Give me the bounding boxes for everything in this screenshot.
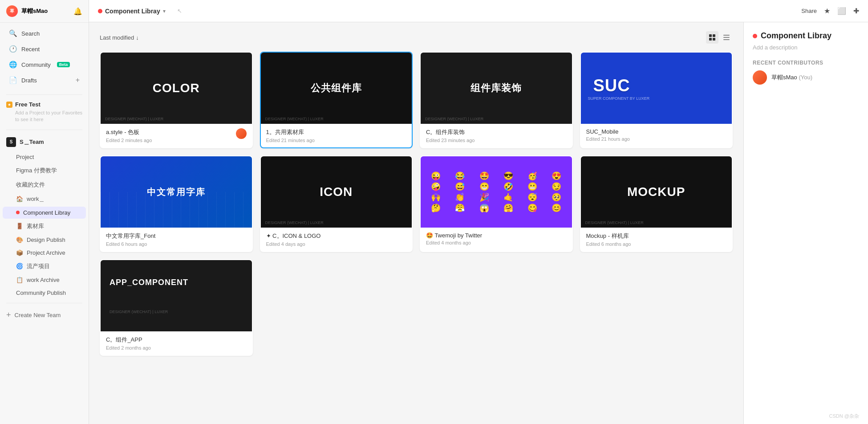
create-team-plus-icon: + [6,310,11,320]
file-card-icon[interactable]: ICON DESIGNER (WECHAT) | LUXER ✦ C。ICON … [260,155,413,252]
file-card-color[interactable]: COLOR DESIGNER (WECHAT) | LUXER a.style … [100,52,253,148]
file-name-color: a.style - 色板 [106,128,152,136]
work-label: work＿ [27,195,45,203]
star-icon[interactable]: ★ [824,7,830,15]
file-card-twemoji[interactable]: 😜 😂 🤩 😎 🥳 😍 🤪 😅 😁 🤣 😬 😏 [420,155,573,252]
sidebar-sub-community-publish[interactable]: Community Publish [3,287,86,299]
file-card-shared-components[interactable]: 公共组件库 DESIGNER (WECHAT) | LUXER 1。共用素材库 … [260,52,413,148]
file-card-suc[interactable]: SUC SUPER COMPONENT BY LUXER SUC_Mobile … [580,52,733,148]
rp-title: Component Libray [761,31,831,41]
recent-label: Recent [21,46,40,53]
emoji-16: 🤙 [497,192,520,202]
work-emoji-icon: 🏠 [16,196,23,202]
team-header[interactable]: S S＿Team [0,134,89,151]
sidebar-sub-work-archive[interactable]: 📋 work Archive [3,274,86,286]
sidebar-sub-material[interactable]: 🚪 素材库 [3,220,86,233]
view-toggles [706,31,733,44]
sidebar-sub-flow-project[interactable]: 🌀 流产项目 [3,260,86,273]
file-info-chinese: 中文常用字库_Font Edited 6 hours ago [101,228,252,251]
grid-view-button[interactable] [706,31,718,44]
file-meta-color: Edited 2 minutes ago [106,138,152,143]
drafts-icon: 📄 [9,76,17,84]
user-info[interactable]: 草 草帽sMao [6,5,48,17]
file-details-shared: 1。共用素材库 Edited 21 minutes ago [266,128,315,143]
svg-rect-1 [713,34,715,37]
emoji-2: 😂 [448,171,471,181]
file-card-chinese-font[interactable]: 中文常用字库 中文常用字库_Font Edited 6 hours ago [100,155,253,252]
file-avatar-color [236,128,247,139]
sidebar-item-community[interactable]: 🌐 Community Beta [3,57,86,72]
topbar: Component Libray ▾ ↖ Share ★ ⬜ ✚ [89,0,868,22]
flow-project-emoji-icon: 🌀 [16,263,23,269]
notification-bell-icon[interactable]: 🔔 [73,7,82,16]
emoji-5: 🥳 [521,171,544,181]
add-draft-icon[interactable]: + [76,76,80,84]
file-name-app: C。组件_APP [106,336,151,344]
thumb-text-app: APP_COMPONENT [110,278,243,287]
add-icon[interactable]: ✚ [853,7,859,15]
file-thumbnail-suc: SUC SUPER COMPONENT BY LUXER [581,53,732,124]
sidebar-item-search[interactable]: 🔍 Search [3,26,86,41]
search-label: Search [21,30,40,37]
file-meta-mockup: Edited 6 months ago [586,241,631,247]
app-thumb-inner: APP_COMPONENT DESIGNER (WECHAT) | LUXER [101,271,252,321]
file-name-shared: 1。共用素材库 [266,128,315,136]
file-card-app-component[interactable]: APP_COMPONENT DESIGNER (WECHAT) | LUXER … [100,259,253,356]
recent-icon: 🕐 [9,45,17,53]
sort-button[interactable]: Last modified ↓ [100,34,139,41]
file-info-app: C。组件_APP Edited 2 months ago [101,331,252,355]
sidebar-item-recent[interactable]: 🕐 Recent [3,41,86,57]
thumb-text-suc: SUC [588,76,725,95]
divider-2 [6,130,82,130]
cursor-position-icon: ↖ [177,8,182,14]
file-details-color: a.style - 色板 Edited 2 minutes ago [106,128,152,143]
emoji-3: 🤩 [473,171,496,181]
file-info-decoration: C。组件库装饰 Edited 23 minutes ago [421,124,572,147]
community-icon: 🌐 [9,61,17,69]
app-watermark: DESIGNER (WECHAT) | LUXER [110,310,243,314]
file-name-chinese: 中文常用字库_Font [106,232,155,240]
favorites-header: ★ Free Test [6,101,82,108]
file-details-icon: ✦ C。ICON & LOGO Edited 4 days ago [266,232,321,247]
file-meta-twemoji: Edited 4 months ago [426,240,482,245]
community-label: Community [21,61,51,68]
team-name: S＿Team [20,138,44,146]
sidebar-item-drafts[interactable]: 📄 Drafts + [3,73,86,88]
favorites-label: Free Test [15,101,41,108]
emoji-23: 😋 [521,203,544,213]
list-view-button[interactable] [720,31,733,44]
thumb-text-decoration: 组件库装饰 [465,82,527,95]
sidebar-sub-design-publish[interactable]: 🎨 Design Publish [3,234,86,246]
emoji-1: 😜 [424,171,447,181]
file-card-decoration[interactable]: 组件库装饰 DESIGNER (WECHAT) | LUXER C。组件库装饰 … [420,52,573,148]
sidebar-sub-project-archive[interactable]: 📦 Project Archive [3,247,86,259]
rp-description[interactable]: Add a description [753,44,859,51]
file-details-twemoji: 🤩 Twemoji by Twitter Edited 4 months ago [426,232,482,245]
emoji-13: 🙌 [424,192,447,202]
svg-rect-6 [723,39,730,40]
sidebar-sub-work[interactable]: 🏠 work＿ [3,192,86,206]
file-meta-icon: Edited 4 days ago [266,241,321,247]
figma-label: Figma 付费教学 [16,167,57,175]
file-thumbnail-twemoji: 😜 😂 🤩 😎 🥳 😍 🤪 😅 😁 🤣 😬 😏 [421,156,572,228]
sidebar-sub-project[interactable]: Project [3,151,86,163]
favorites-files-label: 收藏的文件 [16,181,45,189]
file-meta-app: Edited 2 months ago [106,345,151,351]
sort-arrow-icon: ↓ [136,34,139,41]
sidebar-sub-favorites-files[interactable]: 收藏的文件 [3,178,86,192]
file-card-mockup[interactable]: MOCKUP DESIGNER (WECHAT) | LUXER Mockup … [580,155,733,252]
work-archive-label: work Archive [27,277,60,283]
present-icon[interactable]: ⬜ [837,7,846,15]
emoji-12: 😏 [545,182,568,192]
create-team-button[interactable]: + Create New Team [0,307,89,323]
topbar-chevron-icon[interactable]: ▾ [163,8,166,14]
rp-header: Component Libray [753,31,859,41]
sidebar-sub-component-library[interactable]: Component Libray [3,207,86,219]
thumb-text-color: COLOR [147,81,205,95]
sidebar-sub-figma[interactable]: Figma 付费教学 [3,164,86,177]
file-info-shared: 1。共用素材库 Edited 21 minutes ago [261,124,412,147]
emoji-18: 🥺 [545,192,568,202]
file-name-twemoji: 🤩 Twemoji by Twitter [426,232,482,239]
share-button[interactable]: Share [801,8,817,14]
sort-label-text: Last modified [100,34,134,41]
